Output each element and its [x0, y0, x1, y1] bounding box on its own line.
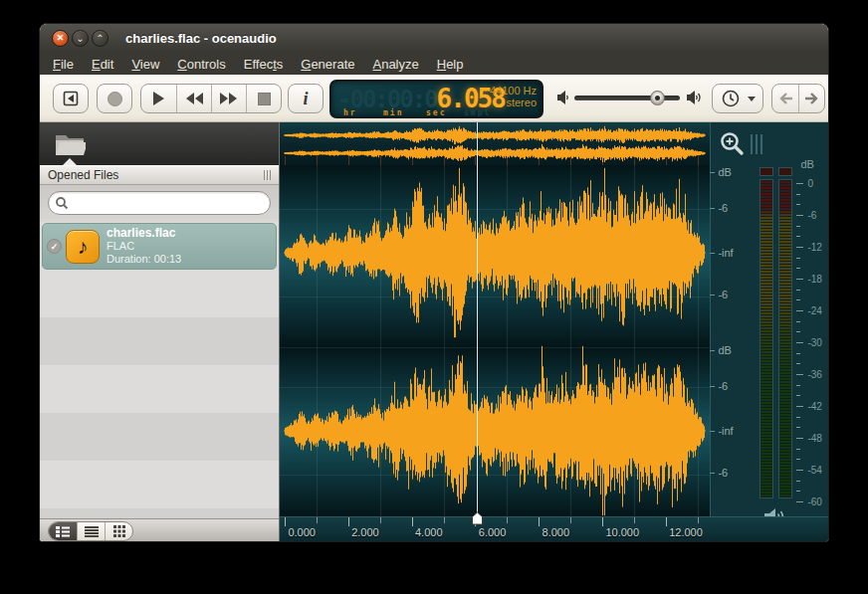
meter-scale-label: 0	[807, 178, 813, 189]
menu-analyze[interactable]: Analyze	[363, 55, 427, 74]
meter-scale-label: -36	[807, 369, 821, 380]
play-icon	[153, 92, 164, 105]
meter-scale-tick	[796, 331, 800, 332]
menu-file[interactable]: File	[44, 55, 83, 74]
volume-low-icon	[556, 90, 570, 105]
db-axis-tick	[710, 431, 715, 432]
ruler-tick	[602, 517, 603, 526]
ruler-tick	[507, 517, 508, 523]
opened-files-list[interactable]: ✓ ♪ charlies.flac FLAC Duration: 00:13	[40, 222, 279, 518]
ruler-tick	[412, 517, 413, 526]
menu-effects[interactable]: Effects	[235, 55, 293, 74]
db-axis-tick	[710, 295, 715, 296]
drag-grip-icon[interactable]	[264, 170, 271, 180]
panel-header[interactable]: Opened Files	[40, 165, 279, 185]
back-button[interactable]	[772, 85, 798, 112]
search-input[interactable]	[69, 196, 270, 210]
minimize-button[interactable]: ⌄	[72, 30, 89, 47]
main-waveform[interactable]	[280, 165, 710, 516]
record-button[interactable]	[97, 84, 132, 113]
clip-indicator-left[interactable]	[760, 167, 773, 176]
ruler-label: 12.000	[669, 526, 703, 538]
volume-slider-handle[interactable]	[650, 91, 665, 105]
channel-mode: stereo	[490, 97, 537, 108]
timeline-ruler[interactable]: 0.0002.0004.0006.0008.00010.00012.000	[280, 516, 828, 542]
ruler-label: 0.000	[288, 526, 316, 538]
meter-scale-label: -30	[807, 337, 821, 348]
meter-scale-tick	[796, 501, 803, 502]
file-format: FLAC	[107, 240, 181, 253]
level-meter-right	[778, 179, 792, 498]
sample-rate: 44100 Hz	[490, 85, 537, 97]
meter-scale-tick	[796, 438, 803, 439]
ruler-tick	[539, 517, 540, 526]
meter-scale-tick	[796, 183, 803, 184]
db-axis-label: -inf	[718, 425, 733, 437]
meter-scale-tick	[796, 215, 803, 216]
forward-arrow-icon	[804, 93, 820, 104]
ruler-tick	[634, 517, 635, 523]
meter-scale-tick	[796, 194, 800, 195]
search-icon	[55, 196, 69, 210]
view-mode-list-button[interactable]	[77, 522, 105, 540]
search-box[interactable]	[48, 191, 271, 215]
file-item-charlies-flac[interactable]: ✓ ♪ charlies.flac FLAC Duration: 00:13	[42, 223, 277, 270]
info-button[interactable]: i	[288, 84, 324, 113]
overview-waveform[interactable]	[280, 122, 710, 165]
menu-view[interactable]: View	[122, 55, 168, 74]
title-bar[interactable]: ✕⌄⌃ charlies.flac - ocenaudio	[40, 24, 828, 53]
sidebar-tab-strip	[40, 122, 279, 165]
meter-scale-label: -42	[807, 401, 821, 412]
close-button[interactable]: ✕	[52, 30, 69, 47]
db-axis-label: -6	[718, 202, 728, 214]
sidebar-bottom-bar	[40, 518, 279, 542]
view-mode-grid-button[interactable]	[105, 522, 132, 540]
playhead-marker[interactable]	[471, 511, 484, 525]
meter-scale-tick	[796, 481, 800, 482]
volume-slider[interactable]	[574, 96, 680, 100]
rewind-button[interactable]	[176, 85, 211, 112]
meter-scale-tick	[796, 470, 803, 471]
waveform-panel: dB 0.0002.0004.0006.0008.00010.00012.000…	[280, 122, 828, 542]
ruler-label: 10.000	[605, 526, 639, 538]
ruler-label: 4.000	[415, 526, 443, 538]
grid-view-icon	[113, 525, 125, 537]
list-stripes	[40, 270, 279, 518]
info-icon: i	[303, 89, 308, 109]
menu-help[interactable]: Help	[428, 55, 473, 74]
monitor-button[interactable]	[53, 84, 89, 113]
view-mode-details-button[interactable]	[49, 522, 77, 540]
meter-scale-tick	[796, 290, 800, 291]
menu-generate[interactable]: Generate	[292, 55, 363, 74]
zoom-button[interactable]	[719, 131, 746, 162]
meter-scale-tick	[796, 363, 800, 364]
meter-scale-label: -12	[807, 242, 821, 253]
play-button[interactable]	[141, 85, 176, 112]
menu-controls[interactable]: Controls	[168, 55, 234, 74]
maximize-button[interactable]: ⌃	[92, 30, 108, 47]
toolbar: i -00:00:06.058 hr min sec smpl 44100 Hz…	[40, 75, 828, 122]
stop-button[interactable]	[246, 85, 281, 112]
forward-button[interactable]	[798, 85, 824, 112]
window-controls: ✕⌄⌃	[52, 30, 111, 47]
meter-scale-label: -24	[807, 305, 821, 316]
time-display[interactable]: -00:00:06.058 hr min sec smpl 44100 Hz s…	[329, 80, 543, 118]
meter-scale-tick	[796, 226, 800, 227]
meter-scale-label: -60	[807, 496, 821, 507]
transport-group	[140, 84, 282, 113]
db-axis-tick	[710, 473, 715, 474]
db-axis-tick	[710, 172, 715, 173]
ruler-label: 6.000	[479, 526, 507, 538]
fast-forward-button[interactable]	[211, 85, 246, 112]
meter-scale-tick	[796, 449, 800, 450]
time-format-button[interactable]	[712, 84, 763, 113]
meter-scale-tick	[796, 258, 800, 259]
desktop-background: ✕⌄⌃ charlies.flac - ocenaudio FileEditVi…	[0, 0, 868, 594]
clip-indicator-right[interactable]	[778, 167, 792, 176]
playhead-line[interactable]	[477, 122, 478, 516]
ruler-label: 8.000	[542, 526, 570, 538]
db-axis-tick	[710, 350, 715, 351]
menu-edit[interactable]: Edit	[83, 55, 122, 74]
view-mode-switcher	[48, 521, 133, 541]
panel-grip-icon[interactable]	[751, 134, 762, 154]
